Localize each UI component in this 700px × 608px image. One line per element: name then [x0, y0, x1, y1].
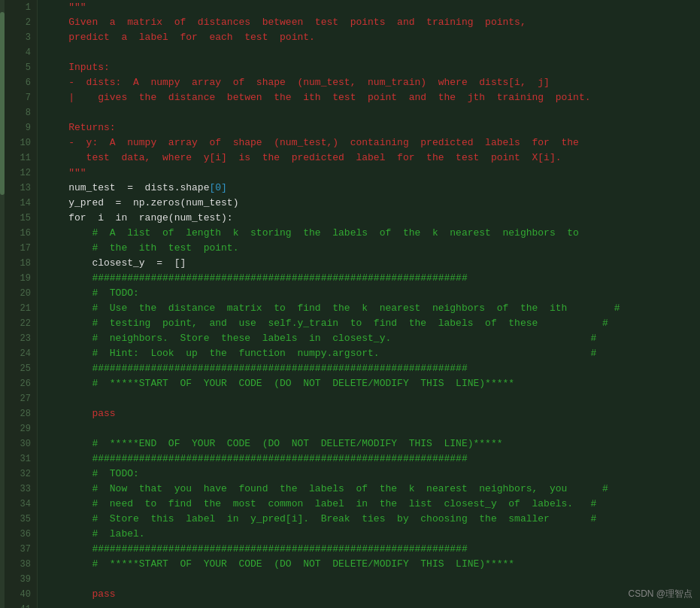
code-line: # A list of length k storing the labels …: [45, 226, 692, 241]
code-area: """ Given a matrix of distances between …: [38, 0, 700, 608]
line-number: 10: [0, 135, 37, 150]
line-number: 24: [0, 346, 37, 361]
code-line: num_test = dists.shape[0]: [45, 181, 692, 196]
line-number: 2: [0, 15, 37, 30]
watermark: CSDN @理智点: [628, 588, 692, 600]
code-line: Given a matrix of distances between test…: [45, 15, 692, 30]
line-number: 3: [0, 30, 37, 45]
code-line: closest_y = []: [45, 256, 692, 271]
line-number: 14: [0, 196, 37, 211]
line-number: 30: [0, 436, 37, 451]
line-number: 4: [0, 45, 37, 60]
line-number: 12: [0, 166, 37, 181]
line-number: 15: [0, 211, 37, 226]
code-line: # the ith test point.: [45, 241, 692, 256]
code-line: # Hint: Look up the function numpy.argso…: [45, 346, 692, 361]
line-number: 36: [0, 527, 37, 542]
code-line: # Now that you have found the labels of …: [45, 482, 692, 497]
line-number: 25: [0, 361, 37, 376]
line-number: 23: [0, 331, 37, 346]
code-line: Inputs:: [45, 60, 692, 75]
line-number: 13: [0, 181, 37, 196]
line-number: 39: [0, 572, 37, 587]
code-line: # *****END OF YOUR CODE (DO NOT DELETE/M…: [45, 436, 692, 451]
code-line: # Use the distance matrix to find the k …: [45, 301, 692, 316]
code-line: # testing point, and use self.y_train to…: [45, 316, 692, 331]
code-line: [45, 602, 692, 608]
code-line: [45, 572, 692, 587]
line-number: 37: [0, 542, 37, 557]
code-line: pass: [45, 406, 692, 421]
code-line: """: [45, 166, 692, 181]
scrollbar[interactable]: [0, 0, 5, 608]
code-line: pass: [45, 587, 692, 602]
code-line: ########################################…: [45, 361, 692, 376]
code-line: [45, 421, 692, 436]
line-number: 32: [0, 467, 37, 482]
line-number: 34: [0, 497, 37, 512]
line-number: 6: [0, 75, 37, 90]
code-line: # label.: [45, 527, 692, 542]
code-line: # TODO:: [45, 467, 692, 482]
code-line: ########################################…: [45, 542, 692, 557]
line-number: 41: [0, 602, 37, 608]
code-line: y_pred = np.zeros(num_test): [45, 196, 692, 211]
code-line: Returns:: [45, 120, 692, 135]
line-number: 16: [0, 226, 37, 241]
code-line: | gives the distance betwen the ith test…: [45, 90, 692, 105]
editor-container: 1234567891011121314151617181920212223242…: [0, 0, 700, 608]
code-line: [45, 105, 692, 120]
line-number: 35: [0, 512, 37, 527]
code-line: """: [45, 0, 692, 15]
line-number: 19: [0, 271, 37, 286]
code-line: ########################################…: [45, 451, 692, 467]
line-number: 26: [0, 376, 37, 391]
line-number: 8: [0, 105, 37, 120]
line-number: 40: [0, 587, 37, 602]
code-line: test data, where y[i] is the predicted l…: [45, 150, 692, 166]
line-number: 9: [0, 120, 37, 135]
code-line: # need to find the most common label in …: [45, 497, 692, 512]
code-line: - dists: A numpy array of shape (num_tes…: [45, 75, 692, 90]
code-line: [45, 391, 692, 406]
line-number: 33: [0, 482, 37, 497]
code-line: # Store this label in y_pred[i]. Break t…: [45, 512, 692, 527]
scrollbar-thumb[interactable]: [0, 12, 5, 194]
line-number: 29: [0, 421, 37, 436]
code-line: # *****START OF YOUR CODE (DO NOT DELETE…: [45, 557, 692, 572]
line-number: 38: [0, 557, 37, 572]
code-line: for i in range(num_test):: [45, 211, 692, 226]
line-number: 7: [0, 90, 37, 105]
code-line: ########################################…: [45, 271, 692, 286]
code-line: - y: A numpy array of shape (num_test,) …: [45, 135, 692, 150]
line-number: 1: [0, 0, 37, 15]
line-number: 22: [0, 316, 37, 331]
line-numbers: 1234567891011121314151617181920212223242…: [0, 0, 38, 608]
line-number: 17: [0, 241, 37, 256]
line-number: 11: [0, 150, 37, 166]
line-number: 28: [0, 406, 37, 421]
code-line: predict a label for each test point.: [45, 30, 692, 45]
line-number: 20: [0, 286, 37, 301]
line-number: 18: [0, 256, 37, 271]
line-number: 21: [0, 301, 37, 316]
code-line: # TODO:: [45, 286, 692, 301]
code-line: # neighbors. Store these labels in close…: [45, 331, 692, 346]
code-line: [45, 45, 692, 60]
line-number: 27: [0, 391, 37, 406]
line-number: 31: [0, 451, 37, 467]
code-line: # *****START OF YOUR CODE (DO NOT DELETE…: [45, 376, 692, 391]
line-number: 5: [0, 60, 37, 75]
